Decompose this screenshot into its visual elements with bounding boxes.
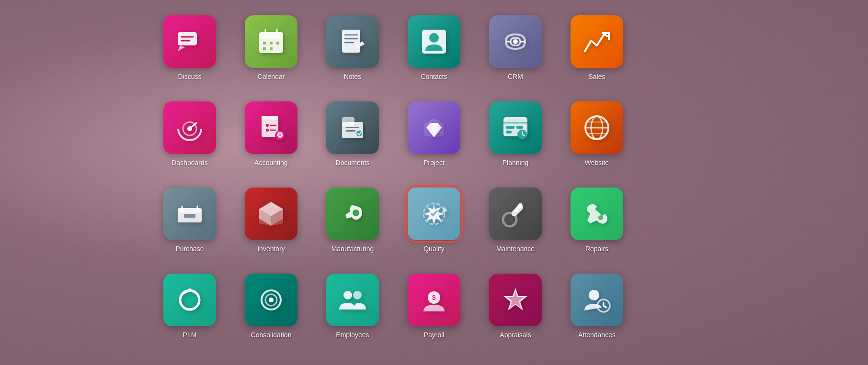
svg-point-19 [429,33,439,43]
app-label-repairs: Repairs [585,245,608,253]
app-icon-quality [408,188,460,240]
app-item-crm[interactable]: CRM [482,15,549,92]
svg-text:$: $ [432,294,436,301]
svg-rect-11 [263,47,266,50]
app-item-appraisals[interactable]: Appraisals [482,274,549,350]
app-item-notes[interactable]: Notes [319,15,386,92]
app-label-documents: Documents [336,159,370,166]
app-item-contacts[interactable]: Contacts [400,15,468,92]
app-grid: DiscussCalendarNotesContactsCRMSalesDash… [147,6,721,360]
app-item-discuss[interactable]: Discuss [156,15,223,92]
app-item-empty4 [645,274,712,350]
app-label-quality: Quality [423,245,445,253]
app-icon-dashboards [163,101,216,154]
app-label-calendar: Calendar [258,73,285,80]
app-icon-planning [489,101,542,154]
app-item-plm[interactable]: PLM [156,274,223,350]
app-icon-inventory [245,188,297,240]
svg-point-29 [266,124,269,127]
svg-rect-55 [184,214,195,218]
app-item-dashboards[interactable]: Dashboards [156,101,223,178]
svg-rect-8 [263,42,266,44]
svg-rect-13 [342,30,360,53]
svg-point-68 [343,291,352,299]
svg-rect-38 [346,130,355,132]
svg-point-69 [353,291,362,299]
svg-rect-44 [516,126,523,129]
app-item-website[interactable]: Website [563,101,630,178]
app-item-inventory[interactable]: Inventory [238,188,305,264]
svg-rect-42 [506,126,514,129]
app-icon-documents [326,101,379,154]
svg-point-58 [353,210,359,216]
app-label-attendances: Attendances [578,331,616,339]
app-label-employees: Employees [336,331,369,339]
svg-point-67 [269,298,274,302]
app-item-accounting[interactable]: ⚙Accounting [238,101,305,178]
app-label-notes: Notes [344,73,362,80]
app-icon-calendar [245,15,297,68]
app-icon-repairs [571,188,623,240]
app-item-calendar[interactable]: Calendar [238,15,305,92]
svg-rect-37 [346,127,359,128]
app-item-quality[interactable]: Quality [400,188,468,264]
app-icon-accounting: ⚙ [245,101,297,154]
app-item-repairs[interactable]: Repairs [563,188,630,264]
app-item-consolidation[interactable]: Consolidation [238,274,305,350]
app-item-attendances[interactable]: Attendances [563,274,630,350]
app-label-sales: Sales [588,73,605,80]
app-label-manufacturing: Manufacturing [331,245,374,253]
svg-marker-1 [178,45,185,51]
app-item-planning[interactable]: Planning [482,101,549,178]
app-label-consolidation: Consolidation [251,331,292,339]
svg-point-74 [589,290,599,300]
app-label-payroll: Payroll [424,331,445,339]
app-label-dashboards: Dashboards [171,159,208,166]
app-icon-manufacturing [326,188,379,240]
app-label-inventory: Inventory [257,245,285,253]
app-label-project: Project [423,159,445,166]
svg-rect-10 [276,42,279,44]
svg-rect-36 [342,117,354,126]
app-item-manufacturing[interactable]: Manufacturing [319,188,386,264]
app-icon-appraisals [489,274,542,326]
app-icon-consolidation [245,274,297,326]
app-icon-maintenance [489,188,542,240]
app-item-employees[interactable]: Employees [319,274,386,350]
app-label-appraisals: Appraisals [500,331,531,339]
app-icon-crm [489,15,542,68]
app-label-purchase: Purchase [175,245,204,253]
app-label-contacts: Contacts [421,73,447,80]
app-icon-employees [326,274,379,326]
app-icon-website [571,101,623,154]
svg-rect-0 [178,32,197,45]
svg-line-77 [604,306,606,308]
app-label-maintenance: Maintenance [496,245,535,253]
app-icon-attendances [571,274,623,326]
app-item-purchase[interactable]: Purchase [156,188,223,264]
svg-rect-28 [262,116,278,120]
app-label-accounting: Accounting [254,159,287,166]
app-icon-payroll: $ [408,274,460,326]
app-item-payroll[interactable]: $Payroll [400,274,468,350]
app-item-maintenance[interactable]: Maintenance [482,188,549,264]
app-item-project[interactable]: Project [400,101,468,178]
app-icon-discuss [163,15,216,68]
app-item-empty2 [645,101,712,178]
svg-rect-9 [270,42,273,44]
app-label-plm: PLM [183,331,197,339]
svg-point-20 [513,39,518,44]
svg-rect-5 [259,32,283,39]
app-label-planning: Planning [503,159,529,166]
app-item-sales[interactable]: Sales [563,15,630,92]
app-label-discuss: Discuss [178,73,201,80]
svg-point-61 [503,213,516,226]
svg-rect-43 [506,131,512,133]
app-item-empty1 [645,15,712,92]
svg-text:⚙: ⚙ [276,131,283,139]
app-icon-contacts [408,15,460,68]
svg-point-63 [598,215,603,220]
app-icon-notes [326,15,379,68]
app-item-documents[interactable]: Documents [319,101,386,178]
app-icon-project [408,101,460,154]
